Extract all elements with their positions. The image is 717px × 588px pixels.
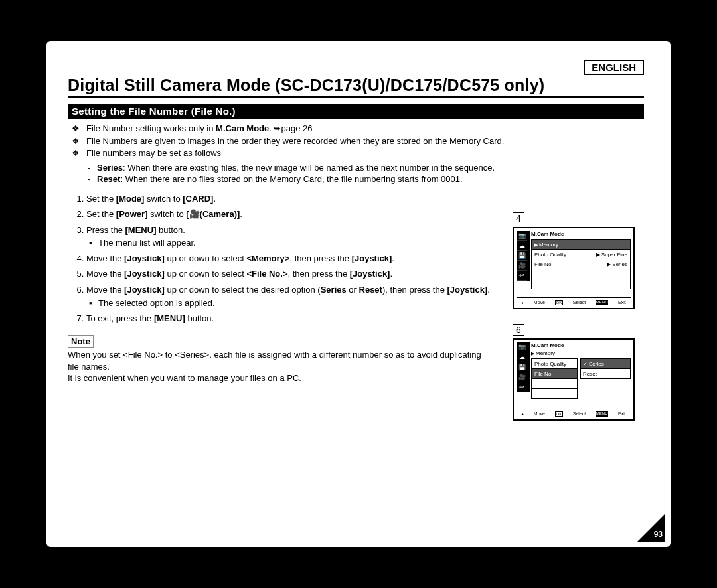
lcd-row: Photo Quality▶ Super Fine — [531, 249, 631, 259]
ok-label: OK — [555, 411, 564, 417]
menu-label: MENU — [596, 300, 609, 305]
footer-exit: Exit — [618, 300, 626, 305]
intro-list: File Number setting works only in M.Cam … — [68, 123, 644, 159]
back-icon: ↩ — [517, 271, 527, 281]
lcd6-rows: Photo QualityFile No. — [531, 358, 578, 398]
intro-subitem: Reset: When there are no files stored on… — [97, 173, 644, 185]
step-item: Press the [MENU] button.The menu list wi… — [86, 224, 498, 249]
lcd6-crumb: Memory — [531, 350, 555, 356]
step-item: Move the [Joystick] up or down to select… — [86, 268, 498, 280]
section-heading: Setting the File Number (File No.) — [68, 104, 644, 119]
cloud-icon: ☁ — [517, 352, 527, 362]
cloud-icon: ☁ — [517, 241, 527, 251]
lcd6-mode: M.Cam Mode — [531, 342, 564, 348]
footer-select: Select — [573, 411, 586, 417]
nav-icon: ⬥ — [521, 411, 524, 417]
note-heading: Note — [68, 335, 94, 348]
step-item: Move the [Joystick] up or down to select… — [86, 253, 498, 265]
movie-icon: 🎥 — [517, 261, 527, 271]
intro-sublist: Series: When there are existing files, t… — [68, 162, 644, 185]
lcd4-mode: M.Cam Mode — [531, 231, 564, 237]
language-tag: ENGLISH — [584, 60, 644, 75]
camera-icon: 📷 — [517, 342, 527, 352]
intro-item: File numbers may be set as follows — [86, 147, 644, 159]
note-text: When you set <File No.> to <Series>, eac… — [68, 349, 493, 384]
step-item: Set the [Mode] switch to [CARD]. — [86, 193, 498, 205]
page: ENGLISH Digital Still Camera Mode (SC-DC… — [46, 41, 671, 547]
step-item: To exit, press the [MENU] button. — [86, 313, 498, 325]
lcd6-footer: ⬥ Move OK Select MENU Exit — [517, 409, 631, 417]
back-icon: ↩ — [517, 382, 527, 392]
nav-icon: ⬥ — [521, 300, 524, 305]
lcd-subrow: Reset — [580, 368, 631, 379]
intro-item: File Number setting works only in M.Cam … — [86, 123, 644, 135]
lcd-row: File No.▶ Series — [531, 259, 631, 269]
step-item: Move the [Joystick] up or down to select… — [86, 284, 498, 309]
ok-label: OK — [555, 300, 564, 305]
lcd-figures: 4 📷 ☁ 💾 🎥 ↩ M.Cam Mode MemoryPhoto Quali… — [513, 212, 640, 435]
lcd6-sub: SeriesReset — [580, 358, 631, 378]
lcd-panel-4: 📷 ☁ 💾 🎥 ↩ M.Cam Mode MemoryPhoto Quality… — [513, 227, 635, 309]
steps-list: Set the [Mode] switch to [CARD].Set the … — [68, 193, 498, 325]
figure-step-4: 4 — [513, 212, 524, 224]
footer-move: Move — [534, 300, 545, 305]
lcd4-rows: MemoryPhoto Quality▶ Super FineFile No.▶… — [531, 239, 631, 289]
step-sub: The menu list will appear. — [98, 237, 498, 249]
lcd-panel-6: 📷 ☁ 💾 🎥 ↩ M.Cam Mode Memory Photo Qualit… — [513, 338, 635, 421]
lcd-row: Memory — [531, 239, 631, 250]
step-sub: The selected option is applied. — [98, 297, 498, 309]
lcd4-footer: ⬥ Move OK Select MENU Exit — [517, 297, 631, 305]
footer-exit: Exit — [618, 411, 626, 417]
page-title: Digital Still Camera Mode (SC-DC173(U)/D… — [68, 76, 644, 95]
page-number-badge: 93 — [637, 514, 665, 542]
step-item: Set the [Power] switch to [🎥(Camera)]. — [86, 208, 498, 220]
intro-subitem: Series: When there are existing files, t… — [97, 162, 644, 174]
movie-icon: 🎥 — [517, 372, 527, 382]
menu-label: MENU — [596, 411, 609, 417]
lcd-row: Photo Quality — [531, 358, 578, 369]
lcd-subrow: Series — [580, 358, 631, 369]
title-underline — [68, 96, 644, 98]
memory-icon: 💾 — [517, 251, 527, 261]
page-number: 93 — [654, 530, 663, 539]
lcd-row: File No. — [531, 368, 578, 379]
figure-step-6: 6 — [513, 324, 524, 336]
intro-item: File Numbers are given to images in the … — [86, 135, 644, 147]
footer-move: Move — [534, 411, 545, 417]
footer-select: Select — [573, 300, 586, 305]
memory-icon: 💾 — [517, 362, 527, 372]
camera-icon: 📷 — [517, 231, 527, 241]
